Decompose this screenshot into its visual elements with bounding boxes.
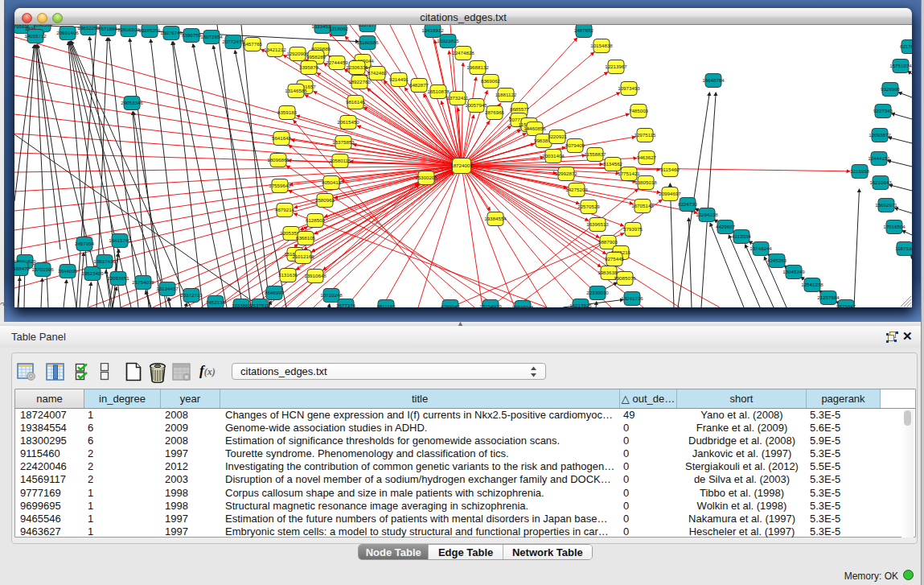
- svg-text:19832259: 19832259: [77, 25, 100, 31]
- svg-text:14275203: 14275203: [565, 187, 588, 192]
- svg-text:13241736: 13241736: [621, 295, 643, 301]
- svg-text:10323815: 10323815: [437, 38, 459, 43]
- svg-text:10057945: 10057945: [465, 102, 487, 108]
- svg-text:20580115: 20580115: [329, 158, 351, 163]
- svg-text:8224730: 8224730: [678, 201, 698, 207]
- svg-text:20994697: 20994697: [659, 191, 681, 196]
- svg-text:11881122: 11881122: [495, 92, 517, 97]
- svg-text:12213967: 12213967: [605, 64, 627, 69]
- svg-text:9227343: 9227343: [873, 108, 893, 113]
- svg-text:1218062: 1218062: [329, 26, 349, 31]
- svg-text:13805018: 13805018: [634, 179, 657, 185]
- svg-text:9887903: 9887903: [598, 239, 618, 245]
- svg-text:19085076: 19085076: [614, 275, 636, 281]
- svg-text:19285201: 19285201: [138, 27, 161, 33]
- svg-text:2580963: 2580963: [315, 197, 335, 203]
- svg-text:17016504: 17016504: [883, 224, 906, 229]
- svg-text:15180586: 15180586: [356, 39, 379, 45]
- svg-text:9329966: 9329966: [881, 86, 901, 92]
- svg-text:19523409: 19523409: [81, 270, 104, 276]
- svg-text:3644095: 3644095: [58, 268, 78, 274]
- svg-text:6742460: 6742460: [368, 70, 388, 76]
- svg-text:4245263: 4245263: [767, 257, 787, 263]
- svg-text:13146585: 13146585: [285, 88, 307, 93]
- svg-text:22330030: 22330030: [586, 290, 609, 295]
- svg-text:8646997: 8646997: [265, 290, 285, 295]
- svg-text:22744459: 22744459: [326, 60, 348, 65]
- svg-text:7671884: 7671884: [98, 26, 118, 31]
- svg-text:14055712: 14055712: [24, 33, 47, 39]
- svg-text:5188470: 5188470: [14, 266, 31, 271]
- svg-text:16648784: 16648784: [702, 77, 725, 83]
- svg-text:3677374: 3677374: [336, 303, 356, 307]
- svg-text:3220921: 3220921: [548, 134, 568, 139]
- svg-text:2487652: 2487652: [574, 27, 594, 33]
- svg-text:15076749: 15076749: [160, 30, 183, 35]
- svg-text:14460856: 14460856: [524, 126, 546, 131]
- svg-text:2876966: 2876966: [485, 109, 505, 115]
- svg-text:8359183: 8359183: [277, 109, 298, 115]
- svg-text:19688132: 19688132: [466, 64, 489, 70]
- svg-text:16705148: 16705148: [631, 203, 654, 208]
- svg-text:8134562: 8134562: [603, 161, 623, 167]
- svg-text:19384554: 19384554: [484, 216, 507, 221]
- svg-text:9275445: 9275445: [605, 256, 625, 262]
- svg-text:20691406: 20691406: [56, 30, 79, 35]
- svg-text:17559643: 17559643: [269, 183, 291, 188]
- svg-text:20031404: 20031404: [542, 153, 565, 159]
- svg-text:18922760: 18922760: [348, 79, 371, 84]
- svg-text:3395870: 3395870: [299, 64, 319, 70]
- svg-text:8396759: 8396759: [182, 32, 202, 38]
- svg-text:22093651: 22093651: [107, 275, 129, 281]
- svg-text:8369062: 8369062: [481, 78, 501, 84]
- svg-text:15375853: 15375853: [332, 139, 355, 145]
- svg-text:13134457: 13134457: [156, 286, 179, 291]
- svg-text:21012166: 21012166: [292, 253, 314, 259]
- svg-text:22306335: 22306335: [346, 64, 368, 70]
- svg-text:13754919: 13754919: [479, 303, 502, 307]
- svg-text:10837430: 10837430: [93, 258, 116, 264]
- svg-text:29053346: 29053346: [121, 100, 143, 105]
- svg-text:7485003: 7485003: [629, 108, 649, 113]
- svg-text:2537611: 2537611: [250, 303, 269, 307]
- svg-text:6368105: 6368105: [296, 235, 316, 241]
- svg-text:9875847: 9875847: [836, 303, 856, 307]
- svg-text:10327246: 10327246: [511, 304, 534, 307]
- svg-text:4112034: 4112034: [732, 233, 751, 239]
- svg-text:16396513: 16396513: [586, 221, 609, 227]
- svg-text:16510878: 16510878: [427, 89, 450, 94]
- svg-text:21257684: 21257684: [817, 295, 840, 300]
- svg-text:3131636: 3131636: [278, 272, 298, 278]
- svg-text:16210643: 16210643: [869, 179, 892, 185]
- svg-text:9115460: 9115460: [660, 167, 680, 172]
- svg-text:5793975: 5793975: [623, 226, 643, 232]
- svg-text:12093872: 12093872: [869, 132, 891, 138]
- svg-text:6482877: 6482877: [409, 82, 429, 88]
- svg-text:12541238: 12541238: [801, 282, 823, 287]
- svg-text:8685577: 8685577: [510, 106, 530, 112]
- svg-text:22806503: 22806503: [117, 27, 140, 32]
- svg-text:9958289: 9958289: [306, 54, 326, 60]
- svg-text:4050413: 4050413: [322, 179, 342, 185]
- svg-text:20772475: 20772475: [222, 39, 244, 44]
- svg-text:13045349: 13045349: [782, 269, 805, 274]
- svg-text:20615450: 20615450: [337, 119, 359, 125]
- svg-text:5641643: 5641643: [272, 135, 292, 141]
- svg-text:4679214: 4679214: [275, 207, 295, 212]
- svg-text:10710248: 10710248: [320, 292, 343, 298]
- svg-text:6217026: 6217026: [900, 43, 912, 49]
- svg-text:25300205: 25300205: [415, 175, 437, 180]
- svg-text:10154838: 10154838: [590, 43, 613, 48]
- svg-text:21754078: 21754078: [132, 279, 154, 285]
- svg-text:13701506: 13701506: [31, 266, 54, 272]
- svg-text:12975115: 12975115: [634, 132, 656, 138]
- svg-text:15692971: 15692971: [875, 202, 897, 208]
- svg-text:6128503: 6128503: [306, 217, 326, 223]
- svg-text:22474828: 22474828: [452, 50, 474, 56]
- svg-text:15751074: 15751074: [889, 63, 912, 68]
- svg-text:6357277: 6357277: [358, 25, 378, 27]
- svg-text:2457954: 2457954: [75, 241, 95, 246]
- svg-text:18096865: 18096865: [267, 157, 290, 163]
- svg-text:9214491: 9214491: [389, 76, 409, 82]
- svg-text:13748244: 13748244: [749, 245, 772, 251]
